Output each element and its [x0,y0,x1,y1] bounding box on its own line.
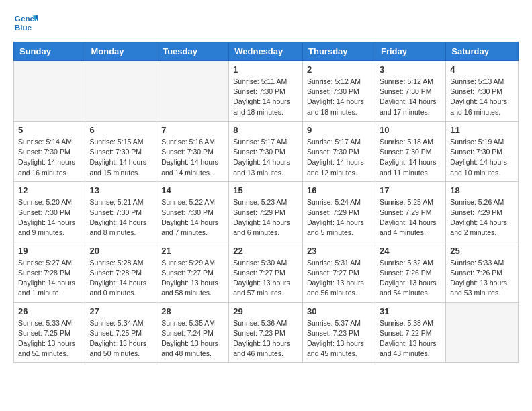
calendar-cell: 10Sunrise: 5:18 AM Sunset: 7:30 PM Dayli… [375,121,445,181]
cell-date-number: 16 [307,185,371,195]
weekday-header-monday: Monday [85,42,157,61]
weekday-header-row: SundayMondayTuesdayWednesdayThursdayFrid… [14,42,519,61]
cell-date-number: 22 [233,246,298,256]
calendar-cell: 8Sunrise: 5:17 AM Sunset: 7:30 PM Daylig… [229,121,303,181]
calendar-cell: 13Sunrise: 5:21 AM Sunset: 7:30 PM Dayli… [85,181,157,242]
cell-info-text: Sunrise: 5:22 AM Sunset: 7:30 PM Dayligh… [161,197,224,238]
cell-date-number: 29 [233,306,298,316]
cell-date-number: 9 [307,125,371,135]
weekday-header-thursday: Thursday [303,42,375,61]
cell-info-text: Sunrise: 5:14 AM Sunset: 7:30 PM Dayligh… [18,137,81,178]
calendar-cell: 24Sunrise: 5:32 AM Sunset: 7:26 PM Dayli… [375,242,445,302]
cell-info-text: Sunrise: 5:32 AM Sunset: 7:26 PM Dayligh… [380,258,441,299]
cell-date-number: 28 [161,306,224,316]
cell-info-text: Sunrise: 5:18 AM Sunset: 7:30 PM Dayligh… [380,137,441,178]
svg-text:Blue: Blue [15,23,32,32]
cell-info-text: Sunrise: 5:12 AM Sunset: 7:30 PM Dayligh… [307,77,371,118]
cell-date-number: 6 [89,125,152,135]
calendar-cell: 30Sunrise: 5:37 AM Sunset: 7:23 PM Dayli… [303,302,375,363]
calendar-cell: 17Sunrise: 5:25 AM Sunset: 7:29 PM Dayli… [375,181,445,242]
cell-info-text: Sunrise: 5:24 AM Sunset: 7:29 PM Dayligh… [307,197,371,238]
weekday-header-friday: Friday [375,42,445,61]
cell-info-text: Sunrise: 5:36 AM Sunset: 7:23 PM Dayligh… [233,318,298,359]
calendar-cell: 22Sunrise: 5:30 AM Sunset: 7:27 PM Dayli… [229,242,303,302]
cell-info-text: Sunrise: 5:13 AM Sunset: 7:30 PM Dayligh… [450,77,514,118]
weekday-header-sunday: Sunday [14,42,85,61]
cell-date-number: 18 [450,185,514,195]
cell-info-text: Sunrise: 5:35 AM Sunset: 7:24 PM Dayligh… [161,318,224,359]
cell-date-number: 7 [161,125,224,135]
calendar-cell: 2Sunrise: 5:12 AM Sunset: 7:30 PM Daylig… [303,61,375,122]
cell-date-number: 25 [450,246,514,256]
calendar-cell: 1Sunrise: 5:11 AM Sunset: 7:30 PM Daylig… [229,61,303,122]
cell-info-text: Sunrise: 5:34 AM Sunset: 7:25 PM Dayligh… [89,318,152,359]
calendar-cell: 31Sunrise: 5:38 AM Sunset: 7:22 PM Dayli… [375,302,445,363]
cell-date-number: 26 [18,306,81,316]
calendar-cell: 16Sunrise: 5:24 AM Sunset: 7:29 PM Dayli… [303,181,375,242]
weekday-header-wednesday: Wednesday [229,42,303,61]
cell-date-number: 10 [380,125,441,135]
cell-info-text: Sunrise: 5:15 AM Sunset: 7:30 PM Dayligh… [89,137,152,178]
cell-info-text: Sunrise: 5:33 AM Sunset: 7:25 PM Dayligh… [18,318,81,359]
calendar-cell: 15Sunrise: 5:23 AM Sunset: 7:29 PM Dayli… [229,181,303,242]
calendar-cell: 3Sunrise: 5:12 AM Sunset: 7:30 PM Daylig… [375,61,445,122]
calendar-cell [157,61,229,122]
calendar-cell: 21Sunrise: 5:29 AM Sunset: 7:27 PM Dayli… [157,242,229,302]
cell-date-number: 30 [307,306,371,316]
calendar-cell: 27Sunrise: 5:34 AM Sunset: 7:25 PM Dayli… [85,302,157,363]
calendar-week-row: 1Sunrise: 5:11 AM Sunset: 7:30 PM Daylig… [14,61,519,122]
calendar-cell: 7Sunrise: 5:16 AM Sunset: 7:30 PM Daylig… [157,121,229,181]
calendar-week-row: 5Sunrise: 5:14 AM Sunset: 7:30 PM Daylig… [14,121,519,181]
cell-date-number: 21 [161,246,224,256]
cell-date-number: 1 [233,64,298,75]
cell-info-text: Sunrise: 5:17 AM Sunset: 7:30 PM Dayligh… [307,137,371,178]
calendar-table: SundayMondayTuesdayWednesdayThursdayFrid… [13,42,519,363]
calendar-cell: 12Sunrise: 5:20 AM Sunset: 7:30 PM Dayli… [14,181,85,242]
calendar-cell: 5Sunrise: 5:14 AM Sunset: 7:30 PM Daylig… [14,121,85,181]
weekday-header-tuesday: Tuesday [157,42,229,61]
calendar-cell: 14Sunrise: 5:22 AM Sunset: 7:30 PM Dayli… [157,181,229,242]
weekday-header-saturday: Saturday [446,42,519,61]
page: General Blue SundayMondayTuesdayWednesda… [0,0,532,376]
cell-date-number: 3 [380,64,441,75]
logo-icon: General Blue [13,11,38,35]
calendar-cell [85,61,157,122]
cell-info-text: Sunrise: 5:11 AM Sunset: 7:30 PM Dayligh… [233,77,298,118]
cell-info-text: Sunrise: 5:17 AM Sunset: 7:30 PM Dayligh… [233,137,298,178]
calendar-cell: 23Sunrise: 5:31 AM Sunset: 7:27 PM Dayli… [303,242,375,302]
calendar-week-row: 12Sunrise: 5:20 AM Sunset: 7:30 PM Dayli… [14,181,519,242]
calendar-week-row: 26Sunrise: 5:33 AM Sunset: 7:25 PM Dayli… [14,302,519,363]
cell-date-number: 5 [18,125,81,135]
calendar-week-row: 19Sunrise: 5:27 AM Sunset: 7:28 PM Dayli… [14,242,519,302]
calendar-cell: 9Sunrise: 5:17 AM Sunset: 7:30 PM Daylig… [303,121,375,181]
calendar-cell: 20Sunrise: 5:28 AM Sunset: 7:28 PM Dayli… [85,242,157,302]
cell-date-number: 11 [450,125,514,135]
cell-info-text: Sunrise: 5:38 AM Sunset: 7:22 PM Dayligh… [380,318,441,359]
cell-info-text: Sunrise: 5:29 AM Sunset: 7:27 PM Dayligh… [161,258,224,299]
cell-date-number: 20 [89,246,152,256]
calendar-cell: 18Sunrise: 5:26 AM Sunset: 7:29 PM Dayli… [446,181,519,242]
cell-date-number: 17 [380,185,441,195]
cell-date-number: 14 [161,185,224,195]
cell-info-text: Sunrise: 5:33 AM Sunset: 7:26 PM Dayligh… [450,258,514,299]
calendar-cell [446,302,519,363]
cell-info-text: Sunrise: 5:30 AM Sunset: 7:27 PM Dayligh… [233,258,298,299]
cell-info-text: Sunrise: 5:12 AM Sunset: 7:30 PM Dayligh… [380,77,441,118]
cell-date-number: 8 [233,125,298,135]
cell-info-text: Sunrise: 5:28 AM Sunset: 7:28 PM Dayligh… [89,258,152,299]
cell-date-number: 24 [380,246,441,256]
cell-date-number: 12 [18,185,81,195]
calendar-cell: 6Sunrise: 5:15 AM Sunset: 7:30 PM Daylig… [85,121,157,181]
cell-info-text: Sunrise: 5:27 AM Sunset: 7:28 PM Dayligh… [18,258,81,299]
cell-info-text: Sunrise: 5:21 AM Sunset: 7:30 PM Dayligh… [89,197,152,238]
cell-info-text: Sunrise: 5:25 AM Sunset: 7:29 PM Dayligh… [380,197,441,238]
cell-date-number: 2 [307,64,371,75]
cell-date-number: 19 [18,246,81,256]
calendar-cell: 28Sunrise: 5:35 AM Sunset: 7:24 PM Dayli… [157,302,229,363]
cell-date-number: 13 [89,185,152,195]
cell-date-number: 27 [89,306,152,316]
calendar-cell: 29Sunrise: 5:36 AM Sunset: 7:23 PM Dayli… [229,302,303,363]
cell-date-number: 23 [307,246,371,256]
calendar-cell: 26Sunrise: 5:33 AM Sunset: 7:25 PM Dayli… [14,302,85,363]
logo: General Blue [13,11,42,35]
